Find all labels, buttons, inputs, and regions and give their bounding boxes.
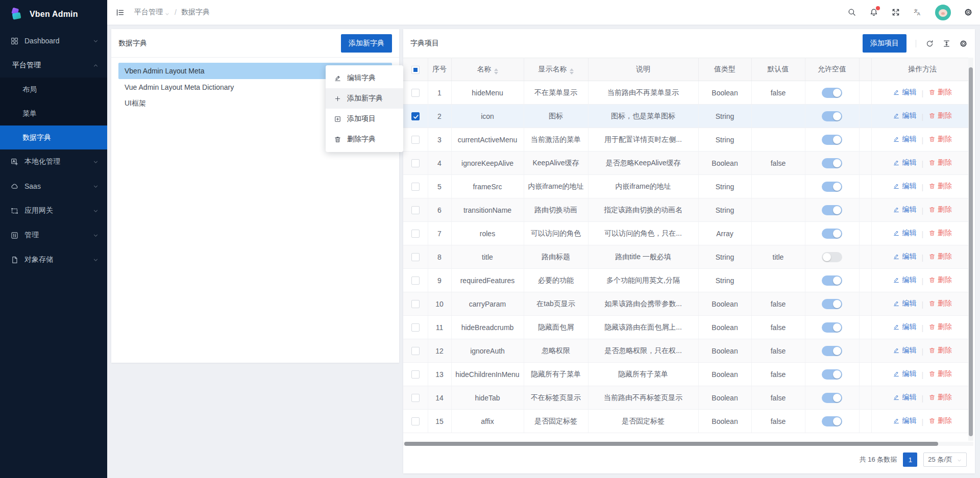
nullable-toggle[interactable] <box>822 299 842 309</box>
cell-desc: 图标，也是菜单图标 <box>588 105 698 128</box>
edit-button[interactable]: 编辑 <box>893 299 916 308</box>
nullable-toggle[interactable] <box>822 135 842 145</box>
add-dictionary-button[interactable]: 添加新字典 <box>341 34 392 53</box>
row-checkbox[interactable] <box>411 136 420 144</box>
delete-button[interactable]: 删除 <box>928 369 952 379</box>
cell-display: 不在菜单显示 <box>524 81 588 105</box>
nullable-toggle[interactable] <box>822 158 842 168</box>
nullable-toggle[interactable] <box>822 275 842 286</box>
delete-button[interactable]: 删除 <box>928 252 952 261</box>
delete-button[interactable]: 删除 <box>928 88 952 97</box>
nullable-toggle[interactable] <box>822 393 842 403</box>
context-menu-item-编辑字典[interactable]: 编辑字典 <box>326 68 403 88</box>
delete-button[interactable]: 删除 <box>928 322 952 332</box>
edit-button[interactable]: 编辑 <box>893 346 916 355</box>
nullable-toggle[interactable] <box>822 322 842 333</box>
fullscreen-icon[interactable] <box>891 8 900 17</box>
translate-icon[interactable]: 文A <box>913 8 922 17</box>
row-checkbox[interactable] <box>411 347 420 355</box>
edit-button[interactable]: 编辑 <box>893 416 916 425</box>
delete-button[interactable]: 删除 <box>928 135 952 144</box>
edit-button[interactable]: 编辑 <box>893 88 916 97</box>
nullable-toggle[interactable] <box>822 182 842 192</box>
row-checkbox[interactable] <box>411 323 420 332</box>
avatar[interactable] <box>935 5 951 20</box>
page-size-select[interactable]: 25 条/页 <box>923 452 967 467</box>
gear-icon[interactable] <box>959 39 968 48</box>
horizontal-scrollbar-thumb[interactable] <box>404 442 938 446</box>
row-checkbox[interactable] <box>411 417 420 425</box>
breadcrumb-parent[interactable]: 平台管理 <box>134 8 170 17</box>
pagination-page-1[interactable]: 1 <box>903 452 917 467</box>
cell-desc: 如果该路由会携带参数... <box>588 292 698 316</box>
sort-icon[interactable] <box>494 68 498 74</box>
delete-button[interactable]: 删除 <box>928 346 952 355</box>
delete-button[interactable]: 删除 <box>928 229 952 238</box>
row-height-icon[interactable] <box>942 39 951 48</box>
row-checkbox[interactable] <box>411 276 420 285</box>
refresh-icon[interactable] <box>925 39 934 48</box>
edit-button[interactable]: 编辑 <box>893 252 916 261</box>
sidebar-item-管理[interactable]: 管理 <box>0 223 107 247</box>
add-item-button[interactable]: 添加项目 <box>863 34 906 53</box>
edit-button[interactable]: 编辑 <box>893 158 916 167</box>
row-checkbox[interactable] <box>411 183 420 191</box>
edit-button[interactable]: 编辑 <box>893 369 916 379</box>
sidebar-collapse-icon[interactable] <box>115 8 125 17</box>
sidebar-item-Dashboard[interactable]: Dashboard <box>0 29 107 53</box>
edit-button[interactable]: 编辑 <box>893 393 916 402</box>
column-header-display[interactable]: 显示名称 <box>524 58 588 81</box>
edit-button[interactable]: 编辑 <box>893 111 916 120</box>
edit-button[interactable]: 编辑 <box>893 275 916 285</box>
logo[interactable]: Vben Admin <box>0 0 107 29</box>
edit-button[interactable]: 编辑 <box>893 229 916 238</box>
nullable-toggle[interactable] <box>822 416 842 426</box>
column-header-name[interactable]: 名称 <box>451 58 524 81</box>
notification-button[interactable] <box>869 8 878 17</box>
gear-icon[interactable] <box>964 8 973 17</box>
delete-button[interactable]: 删除 <box>928 393 952 402</box>
delete-button[interactable]: 删除 <box>928 205 952 214</box>
delete-button[interactable]: 删除 <box>928 111 952 120</box>
select-all-checkbox[interactable] <box>411 66 420 74</box>
row-checkbox[interactable] <box>411 370 420 379</box>
delete-button[interactable]: 删除 <box>928 275 952 285</box>
nullable-toggle[interactable] <box>822 229 842 239</box>
context-menu-item-添加新字典[interactable]: 添加新字典 <box>326 88 403 109</box>
sidebar-item-Saas[interactable]: Saas <box>0 174 107 198</box>
delete-button[interactable]: 删除 <box>928 299 952 308</box>
row-checkbox[interactable] <box>411 89 420 97</box>
context-menu-item-删除字典[interactable]: 删除字典 <box>326 129 403 149</box>
nullable-toggle[interactable] <box>822 205 842 215</box>
search-icon[interactable] <box>847 8 856 17</box>
row-checkbox[interactable] <box>411 206 420 214</box>
row-checkbox[interactable] <box>411 394 420 402</box>
nullable-toggle[interactable] <box>822 88 842 98</box>
sort-icon[interactable] <box>570 68 574 74</box>
vertical-scrollbar-thumb[interactable] <box>969 67 973 436</box>
delete-button[interactable]: 删除 <box>928 158 952 167</box>
sidebar-subitem-布局[interactable]: 布局 <box>0 78 107 102</box>
sidebar-item-对象存储[interactable]: 对象存储 <box>0 247 107 272</box>
context-menu-item-添加项目[interactable]: 添加项目 <box>326 109 403 129</box>
sidebar-item-平台管理[interactable]: 平台管理 <box>0 53 107 78</box>
sidebar-subitem-数据字典[interactable]: 数据字典 <box>0 125 107 149</box>
delete-button[interactable]: 删除 <box>928 416 952 425</box>
row-checkbox[interactable] <box>411 112 420 120</box>
row-checkbox[interactable] <box>411 300 420 308</box>
sidebar-subitem-菜单[interactable]: 菜单 <box>0 102 107 125</box>
sidebar-item-本地化管理[interactable]: 本地化管理 <box>0 149 107 174</box>
edit-button[interactable]: 编辑 <box>893 135 916 144</box>
nullable-toggle[interactable] <box>822 252 842 262</box>
sidebar-item-应用网关[interactable]: 应用网关 <box>0 198 107 223</box>
row-checkbox[interactable] <box>411 253 420 261</box>
delete-button[interactable]: 删除 <box>928 182 952 191</box>
nullable-toggle[interactable] <box>822 111 842 121</box>
nullable-toggle[interactable] <box>822 369 842 380</box>
nullable-toggle[interactable] <box>822 346 842 356</box>
row-checkbox[interactable] <box>411 159 420 167</box>
row-checkbox[interactable] <box>411 230 420 238</box>
edit-button[interactable]: 编辑 <box>893 205 916 214</box>
edit-button[interactable]: 编辑 <box>893 182 916 191</box>
edit-button[interactable]: 编辑 <box>893 322 916 332</box>
